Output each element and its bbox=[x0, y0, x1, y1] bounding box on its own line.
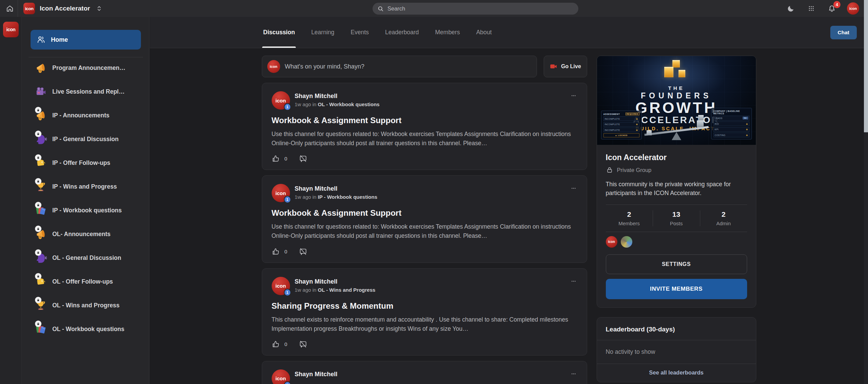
member-avatar[interactable] bbox=[621, 236, 632, 248]
tab-about[interactable]: About bbox=[476, 17, 492, 48]
panel-row: INCOMPLETE bbox=[603, 116, 639, 121]
sidebar-item-ip-announcements[interactable]: IP - Announcements bbox=[28, 103, 144, 127]
tab-members[interactable]: Members bbox=[435, 17, 460, 48]
sidebar-item-ol-wins-and-progress[interactable]: OL - Wins and Progress bbox=[28, 293, 144, 317]
sidebar-item-ip-workbook-questions[interactable]: IP - Workbook questions bbox=[28, 198, 144, 222]
group-banner-image[interactable]: THE FOUNDERS GROWTH ACCELERATOR BUILD. S… bbox=[597, 56, 756, 145]
dark-mode-toggle-moon-icon[interactable] bbox=[786, 3, 796, 14]
stat-value: 2 bbox=[606, 210, 653, 218]
tab-leaderboard[interactable]: Leaderboard bbox=[385, 17, 419, 48]
post-channel[interactable]: IP - Workbook questions bbox=[318, 194, 377, 200]
post-meta: 1w ago inIP - Workbook questions bbox=[295, 194, 378, 200]
leaderboard-card: Leaderboard (30-days) No activity to sho… bbox=[597, 317, 756, 382]
main-area: Discussion Learning Events Leaderboard M… bbox=[150, 17, 868, 384]
panel-row: INCOMPLETE bbox=[603, 128, 639, 132]
lock-badge-icon bbox=[35, 131, 41, 137]
page-scrollbar-thumb[interactable] bbox=[864, 0, 868, 132]
lock-badge-icon bbox=[35, 297, 41, 303]
composer-placeholder: What's on your mind, Shayn? bbox=[285, 63, 365, 70]
post-list: icon 1 Shayn Mitchell 1w ago inOL - Work… bbox=[262, 83, 587, 384]
rail-community-icon[interactable]: icon bbox=[3, 22, 19, 37]
notifications-bell-icon[interactable]: 4 bbox=[827, 3, 837, 14]
sidebar-item-label: Home bbox=[51, 36, 68, 43]
sidebar-item-ol-general-discussion[interactable]: OL - General Discussion bbox=[28, 246, 144, 270]
chat-button[interactable]: Chat bbox=[830, 26, 857, 39]
panel-row: ROI bbox=[713, 121, 749, 126]
tab-learning[interactable]: Learning bbox=[311, 17, 334, 48]
post-author[interactable]: Shayn Mitchell bbox=[295, 185, 378, 192]
sidebar-item-label: IP - Workbook questions bbox=[52, 207, 122, 214]
post-author[interactable]: Shayn Mitchell bbox=[295, 93, 380, 100]
panel-row: INCOMPLETE bbox=[603, 122, 639, 127]
sidebar-item-ol-announcements[interactable]: OL- Announcements bbox=[28, 222, 144, 246]
topbar-actions: 4 icon bbox=[786, 0, 859, 17]
post-card[interactable]: icon 1 Shayn Mitchell 1w ago inOL - Work… bbox=[262, 83, 587, 170]
post-menu-kebab-icon[interactable] bbox=[570, 92, 577, 99]
community-switcher-icon[interactable] bbox=[95, 5, 103, 12]
group-about-card: THE FOUNDERS GROWTH ACCELERATOR BUILD. S… bbox=[597, 56, 756, 308]
user-avatar[interactable]: icon bbox=[847, 2, 859, 15]
sidebar-item-ip-general-discussion[interactable]: IP - General Discussion bbox=[28, 127, 144, 151]
post-card[interactable]: icon 1 Shayn Mitchell 1w ago inIP - Work… bbox=[262, 175, 587, 263]
sidebar-item-label: Program Announcemen… bbox=[52, 64, 125, 72]
sidebar-item-label: IP - Wins and Progress bbox=[52, 183, 117, 190]
group-name: Icon Accelerator bbox=[606, 153, 747, 162]
thumbs-up-icon[interactable] bbox=[272, 340, 280, 348]
lock-badge-icon bbox=[35, 202, 41, 208]
panel-header: ASSESSMENT bbox=[603, 113, 620, 115]
invite-members-button[interactable]: INVITE MEMBERS bbox=[606, 279, 747, 299]
sidebar-item-ol-workbook-questions[interactable]: OL - Workbook questions bbox=[28, 317, 144, 341]
logo-text: icon bbox=[849, 6, 857, 11]
thumbs-up-icon[interactable] bbox=[272, 154, 280, 163]
apps-grid-icon[interactable] bbox=[806, 3, 816, 14]
post-author[interactable]: Shayn Mitchell bbox=[295, 278, 376, 285]
post-menu-kebab-icon[interactable] bbox=[570, 277, 577, 285]
video-camera-icon bbox=[549, 62, 558, 71]
panel-row: COSTING bbox=[713, 133, 749, 137]
community-logo[interactable]: icon bbox=[23, 3, 35, 14]
megaphone-icon bbox=[35, 62, 47, 74]
sidebar-item-ol-offer-follow-ups[interactable]: OL - Offer Follow-ups bbox=[28, 270, 144, 293]
post-author[interactable]: Shayn Mitchell bbox=[295, 371, 338, 378]
sidebar-item-label: Live Sessions and Repl… bbox=[52, 88, 125, 95]
tab-events[interactable]: Events bbox=[351, 17, 369, 48]
banner-metrics-panel: COMPANY | BASELINE METRICS LEADS5XROIKPI… bbox=[711, 108, 752, 140]
group-privacy: Private Group bbox=[617, 167, 652, 173]
thumbs-up-icon[interactable] bbox=[272, 247, 280, 256]
leaderboard-title: Leaderboard (30-days) bbox=[597, 318, 756, 340]
home-icon[interactable] bbox=[5, 3, 15, 14]
sidebar-item-label: IP - General Discussion bbox=[52, 136, 119, 143]
sidebar-item-ip-offer-follow-ups[interactable]: IP - Offer Follow-ups bbox=[28, 151, 144, 175]
post-menu-kebab-icon[interactable] bbox=[570, 370, 577, 378]
post-channel[interactable]: OL - Workbook questions bbox=[318, 101, 380, 107]
go-live-button[interactable]: Go Live bbox=[544, 56, 587, 77]
banner-assessment-panel: ASSESSMENTREQUIRED INCOMPLETEINCOMPLETEI… bbox=[601, 111, 642, 139]
post-channel[interactable]: OL - Wins and Progress bbox=[318, 287, 376, 293]
stat-label: Members bbox=[606, 220, 653, 226]
level-badge: 1 bbox=[284, 103, 291, 111]
search-input[interactable]: Search bbox=[373, 3, 578, 15]
panel-chip: REQUIRED bbox=[626, 113, 639, 115]
post-body: Use this channel for questions related t… bbox=[272, 130, 577, 148]
member-avatar[interactable]: icon bbox=[606, 236, 617, 248]
post-menu-kebab-icon[interactable] bbox=[570, 185, 577, 192]
post-card[interactable]: icon 1 Shayn Mitchell 1w ago inOL - Wins… bbox=[262, 268, 587, 356]
lock-badge-icon bbox=[35, 249, 41, 256]
logo-text: icon bbox=[275, 376, 286, 381]
group-stat-members: 2 Members bbox=[606, 210, 653, 226]
settings-button[interactable]: SETTINGS bbox=[606, 254, 747, 274]
post-card[interactable]: icon 1 Shayn Mitchell bbox=[262, 361, 587, 384]
sidebar-item-home[interactable]: Home bbox=[31, 30, 141, 50]
sidebar-item-ip-wins-and-progress[interactable]: IP - Wins and Progress bbox=[28, 175, 144, 198]
group-stat-posts: 13 Posts bbox=[653, 210, 700, 226]
sidebar-item-label: OL- Announcements bbox=[52, 231, 110, 238]
tab-discussion[interactable]: Discussion bbox=[263, 17, 295, 48]
stat-value: 2 bbox=[700, 210, 747, 218]
sidebar-item-program-announcemen[interactable]: Program Announcemen… bbox=[28, 56, 144, 80]
panel-row: LEADS5X bbox=[713, 116, 749, 121]
banner-cube bbox=[679, 70, 685, 77]
leaderboard-see-all-link[interactable]: See all leaderboards bbox=[597, 364, 756, 382]
post-composer[interactable]: icon What's on your mind, Shayn? bbox=[262, 56, 537, 77]
logo-text: icon bbox=[6, 27, 16, 32]
sidebar-item-live-sessions-and-repl[interactable]: Live Sessions and Repl… bbox=[28, 80, 144, 103]
